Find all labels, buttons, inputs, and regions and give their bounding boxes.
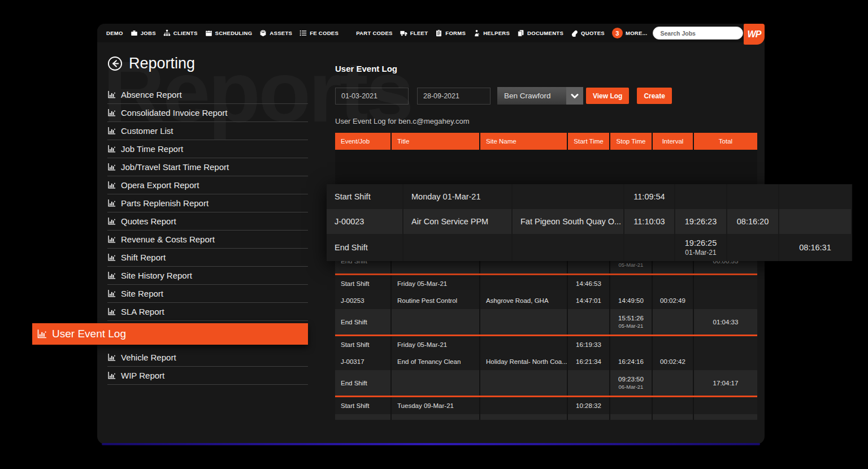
cell-stop-time bbox=[610, 336, 652, 353]
list-icon bbox=[300, 29, 307, 37]
cell-site-name bbox=[480, 397, 567, 414]
bar-chart-icon bbox=[37, 329, 47, 339]
sidebar-item-label: Absence Report bbox=[121, 90, 182, 99]
date-to-input[interactable] bbox=[417, 88, 491, 105]
sidebar-item-site-history-report[interactable]: Site History Report bbox=[107, 267, 308, 285]
sidebar-item-sla-report[interactable]: SLA Report bbox=[107, 303, 308, 321]
calendar-icon bbox=[205, 29, 212, 37]
nav-item-assets[interactable]: ASSETS bbox=[259, 29, 292, 37]
cell-title: Monday 01-Mar-21 bbox=[403, 184, 511, 209]
cell-total bbox=[779, 209, 851, 234]
sidebar-item-site-report[interactable]: Site Report bbox=[107, 285, 308, 303]
nav-item-part-codes[interactable]: PART CODES bbox=[346, 29, 393, 37]
sidebar-item-revenue-costs-report[interactable]: Revenue & Costs Report bbox=[107, 231, 308, 249]
cell-total: 17:04:17 bbox=[694, 370, 757, 396]
bar-chart-icon bbox=[107, 289, 116, 298]
sidebar-item-consolidated-invoice-report[interactable]: Consolidated Invoice Report bbox=[107, 104, 308, 122]
sidebar-item-label: WIP Report bbox=[121, 371, 164, 380]
cell-interval bbox=[727, 234, 778, 261]
helpers-icon bbox=[473, 29, 480, 37]
sidebar-item-job-time-report[interactable]: Job Time Report bbox=[107, 140, 308, 158]
cell-stop-time bbox=[675, 184, 726, 209]
cell-event-job: End Shift bbox=[327, 234, 402, 261]
sidebar-item-wip-report[interactable]: WIP Report bbox=[107, 367, 308, 385]
view-log-button[interactable]: View Log bbox=[586, 88, 629, 104]
cell-title: Friday 05-Mar-21 bbox=[392, 275, 479, 292]
create-button[interactable]: Create bbox=[637, 88, 671, 104]
sidebar-item-job-travel-start-time-report[interactable]: Job/Travel Start Time Report bbox=[107, 158, 308, 176]
sidebar-item-customer-list[interactable]: Customer List bbox=[107, 122, 308, 140]
cell-event-job: Start Shift bbox=[335, 336, 390, 353]
nav-item-more[interactable]: 3 MORE... bbox=[612, 28, 648, 38]
cell-site-name bbox=[480, 309, 567, 335]
sidebar-item-quotes-report[interactable]: Quotes Report bbox=[107, 212, 308, 231]
sidebar-item-label: Shift Report bbox=[121, 253, 166, 262]
sidebar-item-shift-report[interactable]: Shift Report bbox=[107, 249, 308, 267]
app-window: DEMOJOBSCLIENTSSCHEDULINGASSETSFE CODESP… bbox=[97, 24, 765, 444]
nav-item-documents[interactable]: DOCUMENTS bbox=[517, 29, 563, 37]
bar-chart-icon bbox=[107, 217, 116, 225]
paperclip-icon bbox=[571, 29, 578, 37]
nav-item-clients[interactable]: CLIENTS bbox=[163, 29, 198, 37]
cell-event-job: End Shift bbox=[335, 370, 390, 396]
nav-item-label: CLIENTS bbox=[173, 30, 198, 36]
back-button[interactable] bbox=[107, 56, 123, 71]
nav-item-fe-codes[interactable]: FE CODES bbox=[300, 29, 338, 37]
partial-cell bbox=[653, 414, 693, 420]
nav-item-scheduling[interactable]: SCHEDULING bbox=[205, 29, 253, 37]
column-header-start-time: Start Time bbox=[568, 133, 609, 150]
reporting-sidebar: Reporting Absence ReportConsolidated Inv… bbox=[97, 42, 335, 444]
cell-interval bbox=[653, 275, 693, 292]
cell-total bbox=[694, 353, 757, 370]
sidebar-item-absence-report[interactable]: Absence Report bbox=[107, 86, 308, 104]
nav-item-label: QUOTES bbox=[581, 30, 605, 36]
cell-total bbox=[694, 336, 757, 353]
sidebar-item-label: Parts Replenish Report bbox=[121, 198, 209, 208]
bar-chart-icon bbox=[107, 145, 116, 153]
workpal-logo[interactable]: WP bbox=[744, 24, 765, 45]
bar-chart-icon bbox=[107, 371, 116, 380]
cell-interval bbox=[653, 309, 693, 335]
partial-cell bbox=[610, 414, 652, 420]
sidebar-item-vehicle-report[interactable]: Vehicle Report bbox=[107, 349, 308, 367]
briefcase-icon bbox=[131, 29, 138, 37]
cell-interval: 00:02:42 bbox=[653, 353, 693, 370]
sidebar-item-label: User Event Log bbox=[52, 328, 126, 340]
sidebar-item-opera-export-report[interactable]: Opera Export Report bbox=[107, 176, 308, 194]
sidebar-item-label: Job Time Report bbox=[121, 144, 183, 154]
cell-start-time bbox=[568, 309, 609, 335]
cell-start-time bbox=[624, 234, 674, 261]
cell-total bbox=[694, 397, 757, 414]
cell-start-time: 16:21:34 bbox=[568, 353, 609, 370]
user-select[interactable]: Ben Crawford bbox=[497, 87, 583, 105]
date-from-input[interactable] bbox=[335, 88, 409, 105]
search-input[interactable] bbox=[653, 27, 743, 40]
cell-stop-time: 16:24:16 bbox=[610, 353, 652, 370]
cell-title: End of Tenancy Clean bbox=[392, 353, 479, 370]
nav-item-demo[interactable]: DEMO bbox=[106, 30, 123, 36]
partial-row bbox=[335, 414, 757, 420]
nav-item-jobs[interactable]: JOBS bbox=[131, 29, 156, 37]
bar-chart-icon bbox=[107, 127, 116, 135]
nav-item-fleet[interactable]: FLEET bbox=[400, 29, 428, 37]
cell-event-job: End Shift bbox=[335, 309, 390, 335]
cell-total bbox=[694, 292, 757, 309]
nav-item-helpers[interactable]: HELPERS bbox=[473, 29, 510, 37]
nav-item-forms[interactable]: FORMS bbox=[435, 29, 466, 37]
sidebar-item-parts-replenish-report[interactable]: Parts Replenish Report bbox=[107, 194, 308, 212]
nav-item-label: DOCUMENTS bbox=[527, 30, 563, 36]
sidebar-item-label: Consolidated Invoice Report bbox=[121, 108, 227, 118]
table-row: End Shift09:23:5006-Mar-2117:04:17 bbox=[335, 370, 757, 396]
user-select-value: Ben Crawford bbox=[497, 87, 566, 105]
nav-item-label: ASSETS bbox=[270, 30, 292, 36]
cell-total: 01:04:33 bbox=[694, 309, 757, 335]
truck-icon bbox=[400, 29, 407, 37]
back-arrow-icon bbox=[107, 56, 123, 71]
cell-event-job: Start Shift bbox=[335, 397, 390, 414]
cell-stop-time: 15:51:2605-Mar-21 bbox=[610, 309, 652, 335]
sidebar-item-user-event-log[interactable]: User Event Log bbox=[32, 323, 308, 345]
bar-chart-icon bbox=[107, 108, 116, 117]
nav-item-quotes[interactable]: QUOTES bbox=[571, 29, 605, 37]
column-header-stop-time: Stop Time bbox=[610, 133, 652, 150]
column-header-total: Total bbox=[694, 133, 757, 150]
